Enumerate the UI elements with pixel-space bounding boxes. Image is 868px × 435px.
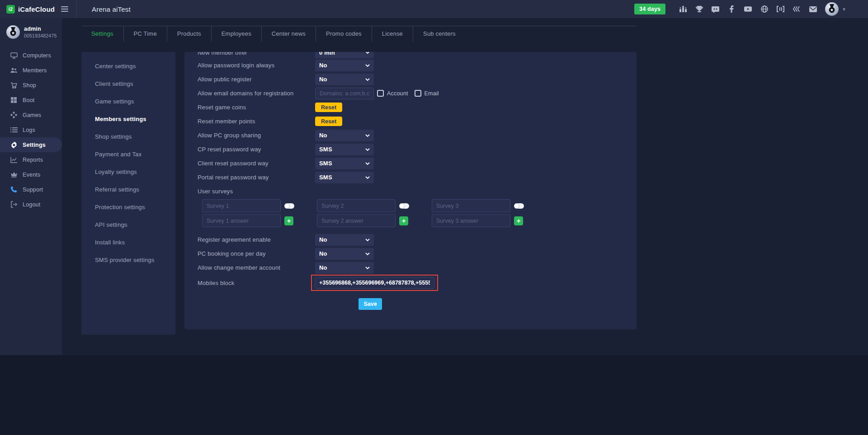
sidebar-item-events[interactable]: Events [0,167,62,182]
form-row-portal-reset-password: Portal reset password way SMS [198,170,637,184]
sidebar-item-logout[interactable]: Logout [0,197,62,212]
submenu-install-links[interactable]: Install links [81,234,175,251]
tab-license[interactable]: License [372,26,413,42]
tab-settings[interactable]: Settings [81,26,124,42]
submenu-referral-settings[interactable]: Referral settings [81,181,175,198]
youtube-icon[interactable] [744,5,752,14]
survey-3-add-button[interactable]: + [514,216,523,225]
layers-icon[interactable] [793,5,801,14]
trophy-icon[interactable] [695,5,703,14]
ranking-icon[interactable] [679,5,687,14]
email-domains-input[interactable] [315,88,374,99]
user-avatar[interactable] [825,2,839,16]
hamburger-menu-icon[interactable] [61,6,68,12]
field-label: Allow public register [198,76,315,83]
tab-products[interactable]: Products [167,26,212,42]
discord-icon[interactable] [711,5,720,14]
gear-icon [10,141,18,149]
cp-reset-password-select[interactable]: SMS [315,144,374,155]
globe-icon[interactable] [760,5,769,14]
new-member-offer-select[interactable]: 0 min [315,52,374,58]
field-label: PC booking once per day [198,250,315,257]
sidebar-user-name: admin [24,26,57,32]
survey-2-input[interactable] [317,199,396,212]
tab-employees[interactable]: Employees [212,26,262,42]
icafecloud-mark-icon[interactable] [776,5,785,14]
list-icon [10,126,18,134]
email-checkbox[interactable] [415,90,421,97]
account-checkbox[interactable] [377,90,384,97]
sidebar-item-games[interactable]: Games [0,108,62,122]
account-checkbox-label: Account [387,90,408,97]
sidebar-user[interactable]: admin 005193482475 [0,18,62,39]
sidebar-item-logs[interactable]: Logs [0,122,62,137]
survey-2-toggle[interactable] [399,203,409,209]
submenu-api-settings[interactable]: API settings [81,216,175,234]
phone-icon [10,186,18,193]
survey-3-input[interactable] [432,199,510,212]
survey-1-input[interactable] [202,199,281,212]
form-row-reset-game-coins: Reset game coins Reset [198,100,637,114]
facebook-icon[interactable] [727,5,736,14]
sidebar-item-label: Support [23,187,43,193]
survey-3-toggle[interactable] [514,203,524,209]
client-reset-password-select[interactable]: SMS [315,158,374,169]
sidebar-item-boot[interactable]: Boot [0,93,62,108]
submenu-sms-provider-settings[interactable]: SMS provider settings [81,251,175,269]
survey-1-answer-input[interactable] [202,214,281,227]
logout-icon [10,201,18,208]
portal-reset-password-select[interactable]: SMS [315,172,374,183]
sidebar-item-reports[interactable]: Reports [0,152,62,167]
reset-member-points-button[interactable]: Reset [315,117,342,126]
windows-icon [10,96,18,104]
survey-1-toggle[interactable] [284,203,294,209]
public-register-select[interactable]: No [315,74,374,85]
crown-icon [10,171,18,178]
submenu-payment-and-tax[interactable]: Payment and Tax [81,145,175,163]
save-button[interactable]: Save [359,298,382,310]
tab-pc-time[interactable]: PC Time [124,26,167,42]
submenu-game-settings[interactable]: Game settings [81,93,175,110]
reset-game-coins-button[interactable]: Reset [315,103,342,112]
form-row-user-surveys-label: User surveys [198,184,637,198]
sidebar-item-label: Logout [23,201,40,208]
pc-booking-select[interactable]: No [315,248,374,260]
profile-chevron-down-icon[interactable]: ▾ [843,6,845,12]
user-surveys-label: User surveys [198,188,315,195]
submenu-protection-settings[interactable]: Protection settings [81,198,175,216]
members-settings-form: New member offer 0 min Allow password lo… [184,52,637,329]
mobiles-block-input[interactable] [315,277,434,289]
submenu-client-settings[interactable]: Client settings [81,75,175,93]
submenu-loyalty-settings[interactable]: Loyalty settings [81,163,175,181]
sidebar-item-settings[interactable]: Settings [0,137,62,152]
sidebar-item-members[interactable]: Members [0,63,62,78]
pc-group-sharing-select[interactable]: No [315,130,374,141]
survey-2-add-button[interactable]: + [399,216,408,225]
sidebar-item-shop[interactable]: Shop [0,78,62,93]
field-label: Allow password login always [198,62,315,69]
sidebar-item-computers[interactable]: Computers [0,48,62,63]
survey-3-answer-input[interactable] [432,214,510,227]
register-agreement-select[interactable]: No [315,234,374,246]
tab-promo-codes[interactable]: Promo codes [316,26,372,42]
mail-icon[interactable] [809,5,817,14]
sidebar-user-id: 005193482475 [24,33,57,38]
form-row-register-agreement: Register agreement enable No [198,233,637,247]
survey-2-answer-input[interactable] [317,214,396,227]
brand-name: iCafeCloud [18,5,55,13]
survey-1-add-button[interactable]: + [284,216,293,225]
password-login-always-select[interactable]: No [315,60,374,71]
submenu-members-settings[interactable]: Members settings [81,110,175,128]
tab-center-news[interactable]: Center news [262,26,316,42]
survey-inputs-row [202,198,637,213]
field-label: Client reset password way [198,160,315,167]
submenu-shop-settings[interactable]: Shop settings [81,128,175,145]
change-member-account-select[interactable]: No [315,262,374,274]
sidebar-item-support[interactable]: Support [0,182,62,197]
submenu-center-settings[interactable]: Center settings [81,57,175,75]
field-label: Allow PC group sharing [198,132,315,139]
content-area: Settings PC Time Products Employees Cent… [62,18,868,355]
tab-sub-centers[interactable]: Sub centers [413,26,466,42]
license-days-badge[interactable]: 34 days [634,4,665,14]
sidebar: admin 005193482475 Computers Members Sho… [0,18,62,355]
